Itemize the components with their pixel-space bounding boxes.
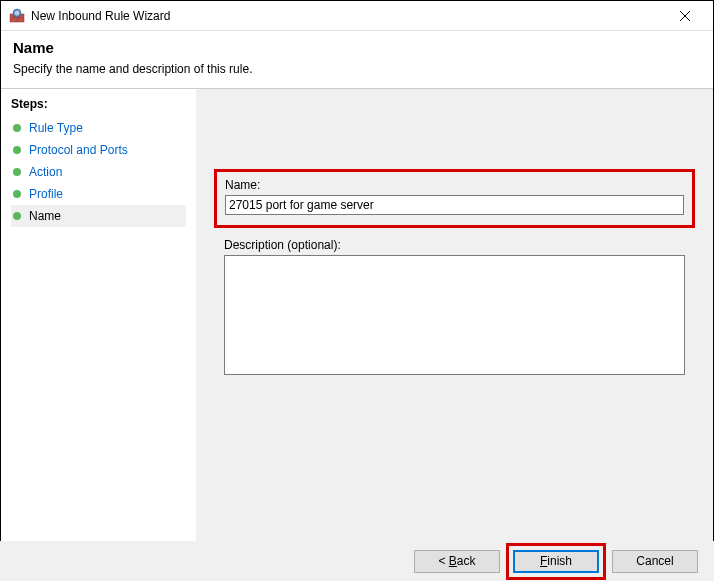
step-link: Name: [29, 209, 61, 223]
finish-highlight: Finish: [506, 543, 606, 580]
close-button[interactable]: [665, 2, 705, 30]
bullet-icon: [13, 190, 21, 198]
bullet-icon: [13, 146, 21, 154]
finish-button[interactable]: Finish: [513, 550, 599, 573]
step-rule-type[interactable]: Rule Type: [11, 117, 186, 139]
window-title: New Inbound Rule Wizard: [31, 9, 665, 23]
name-input[interactable]: [225, 195, 684, 215]
step-protocol-and-ports[interactable]: Protocol and Ports: [11, 139, 186, 161]
back-button[interactable]: < Back: [414, 550, 500, 573]
bullet-icon: [13, 124, 21, 132]
titlebar: New Inbound Rule Wizard: [1, 1, 713, 31]
step-action[interactable]: Action: [11, 161, 186, 183]
step-link[interactable]: Rule Type: [29, 121, 83, 135]
page-subtitle: Specify the name and description of this…: [13, 62, 701, 76]
name-highlight: Name:: [214, 169, 695, 228]
steps-sidebar: Steps: Rule Type Protocol and Ports Acti…: [1, 89, 196, 543]
step-link[interactable]: Action: [29, 165, 62, 179]
steps-heading: Steps:: [11, 97, 186, 111]
step-link[interactable]: Protocol and Ports: [29, 143, 128, 157]
name-label: Name:: [225, 178, 684, 192]
wizard-header: Name Specify the name and description of…: [1, 31, 713, 89]
description-label: Description (optional):: [224, 238, 685, 252]
step-name[interactable]: Name: [11, 205, 186, 227]
cancel-button[interactable]: Cancel: [612, 550, 698, 573]
svg-point-6: [15, 10, 20, 15]
page-title: Name: [13, 39, 701, 56]
step-link[interactable]: Profile: [29, 187, 63, 201]
main-panel: Name: Description (optional):: [196, 89, 713, 543]
bullet-icon: [13, 212, 21, 220]
step-profile[interactable]: Profile: [11, 183, 186, 205]
button-bar: < Back Finish Cancel: [0, 541, 714, 581]
firewall-icon: [9, 8, 25, 24]
bullet-icon: [13, 168, 21, 176]
description-input[interactable]: [224, 255, 685, 375]
